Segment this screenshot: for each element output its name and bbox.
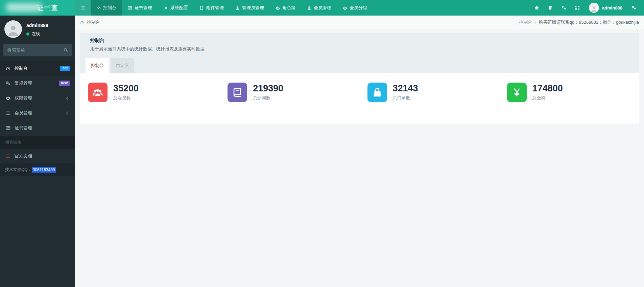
user-menu[interactable]: admin888	[584, 0, 627, 16]
nav-item-label: 证书管理	[135, 5, 152, 11]
home-button[interactable]	[530, 0, 544, 16]
avatar[interactable]	[4, 20, 22, 38]
support-qq-prefix: 技术支持QQ：	[5, 167, 32, 173]
nav-item-system-config[interactable]: 系统配置	[158, 0, 194, 16]
stat-tile	[228, 83, 247, 102]
panel-tabs: 控制台 自定义	[80, 58, 639, 73]
stat-value: 174800	[532, 84, 563, 93]
sidebar-item-general[interactable]: 常规管理 new	[0, 76, 75, 91]
home-icon	[534, 5, 539, 10]
breadcrumb-page-link[interactable]: 控制台	[519, 19, 532, 25]
nav-item-dashboard[interactable]: 控制台	[91, 0, 122, 16]
stat-tile	[88, 83, 108, 102]
user-icon	[307, 6, 311, 10]
nav-item-admins[interactable]: 管理员管理	[230, 0, 270, 16]
breadcrumb: 控制台	[80, 19, 100, 25]
gauge-icon	[5, 66, 11, 71]
users-icon	[5, 96, 11, 101]
stat-total-amount: 174800 总金额	[499, 83, 639, 110]
search-input[interactable]	[3, 44, 72, 56]
settings-button[interactable]	[627, 0, 641, 16]
stat-total-visits: 219390 总访问数	[220, 83, 359, 110]
online-status-label: 在线	[32, 31, 40, 37]
nav-item-label: 会员分组	[350, 5, 367, 11]
yen-icon	[512, 87, 522, 97]
stat-total-orders: 32143 总订单数	[360, 83, 499, 110]
sidebar-item-auth[interactable]: 权限管理	[0, 91, 75, 106]
gauge-icon	[80, 20, 85, 25]
sidebar-item-label: 证书管理	[15, 125, 32, 131]
stat-value: 219390	[253, 84, 283, 93]
fullscreen-button[interactable]	[571, 0, 584, 16]
users-icon	[276, 6, 280, 10]
sidebar: admin888 在线 控制台 hot 常规管理 new 权限管理 会员	[0, 16, 75, 287]
panel-body: 35200 总会员数 219390 总访问数	[80, 73, 639, 124]
nav-item-members[interactable]: 会员管理	[301, 0, 337, 16]
gauge-icon	[96, 6, 101, 10]
users-icon	[343, 6, 347, 10]
nav-item-member-groups[interactable]: 会员分组	[337, 0, 373, 16]
online-status: 在线	[26, 31, 48, 37]
tab-dashboard[interactable]: 控制台	[86, 58, 109, 73]
sidebar-username: admin888	[26, 23, 48, 28]
nav-item-attachments[interactable]: 附件管理	[194, 0, 230, 16]
sidebar-support-qq: 技术支持QQ： 3061163489	[0, 163, 75, 176]
search-icon	[64, 48, 68, 52]
sidebar-item-dashboard[interactable]: 控制台 hot	[0, 61, 75, 76]
dashboard-panel: 控制台 用于展示当前系统中的统计数据、统计报表及重要实时数据 控制台 自定义	[80, 33, 639, 124]
sidebar-item-label: 权限管理	[15, 95, 32, 101]
support-qq-number: 3061163489	[32, 167, 56, 173]
sidebar-item-label: 常规管理	[15, 80, 32, 86]
breadcrumb-right: 控制台 / 购买正版请联系qq：85268832；微信：goukaizhijia	[519, 19, 639, 25]
sidebar-toggle-button[interactable]	[75, 0, 91, 16]
language-icon	[562, 5, 566, 10]
user-icon	[6, 24, 20, 38]
username: admin888	[602, 5, 622, 10]
chevron-left-icon	[64, 111, 70, 115]
stat-total-members: 35200 总会员数	[80, 83, 220, 110]
stat-tile	[367, 83, 387, 102]
sidebar-item-certificates[interactable]: 证书管理	[0, 120, 75, 135]
cogs-icon	[5, 81, 11, 86]
list-icon	[5, 111, 11, 115]
nav-item-label: 控制台	[103, 5, 116, 11]
doc-link-label: 官方文档	[15, 153, 32, 159]
top-nav-menu: 控制台 证书管理 系统配置 附件管理 管理员管理 角色组 会员管理 会员分组	[91, 0, 373, 16]
sidebar-section-links: 相关链接	[0, 136, 75, 149]
stat-label: 总订单数	[393, 95, 418, 101]
shopping-bag-icon	[372, 87, 382, 97]
gear-icon	[164, 6, 168, 10]
stats-row: 35200 总会员数 219390 总访问数	[80, 83, 639, 110]
breadcrumb-separator: /	[535, 20, 536, 25]
main-content: 控制台 控制台 / 购买正版请联系qq：85268832；微信：goukaizh…	[75, 0, 644, 287]
page-title: 控制台	[90, 38, 629, 44]
breadcrumb-label: 控制台	[87, 19, 100, 25]
language-button[interactable]	[557, 0, 571, 16]
app-logo[interactable]: 证书查	[0, 0, 75, 16]
sidebar-link-docs[interactable]: 官方文档	[0, 149, 75, 163]
tab-custom[interactable]: 自定义	[111, 58, 134, 73]
nav-item-role-groups[interactable]: 角色组	[270, 0, 301, 16]
nav-item-certificates[interactable]: 证书管理	[122, 0, 158, 16]
cogs-icon	[631, 5, 636, 10]
page-body: 控制台 用于展示当前系统中的统计数据、统计报表及重要实时数据 控制台 自定义	[75, 29, 644, 128]
clear-cache-button[interactable]	[544, 0, 557, 16]
sidebar-item-members[interactable]: 会员管理	[0, 106, 75, 120]
avatar	[589, 3, 599, 13]
id-card-icon	[128, 6, 132, 10]
nav-item-label: 角色组	[282, 5, 295, 11]
sidebar-menu: 控制台 hot 常规管理 new 权限管理 会员管理 证书管理	[0, 61, 75, 135]
nav-item-label: 会员管理	[314, 5, 331, 11]
user-icon	[235, 6, 240, 10]
trash-icon	[548, 5, 553, 10]
top-navbar: 证书查 控制台 证书管理 系统配置 附件管理 管理员管理 角色组	[0, 0, 644, 16]
nav-item-label: 系统配置	[170, 5, 188, 11]
navbar-right-tools: admin888	[530, 0, 644, 16]
new-badge: new	[59, 81, 70, 86]
book-icon	[232, 87, 242, 97]
nav-item-label: 附件管理	[206, 5, 224, 11]
breadcrumb-bar: 控制台 控制台 / 购买正版请联系qq：85268832；微信：goukaizh…	[75, 16, 644, 29]
stat-label: 总会员数	[113, 95, 139, 101]
sidebar-user-panel: admin888 在线	[0, 16, 75, 42]
logo-text: 证书查	[37, 3, 58, 13]
